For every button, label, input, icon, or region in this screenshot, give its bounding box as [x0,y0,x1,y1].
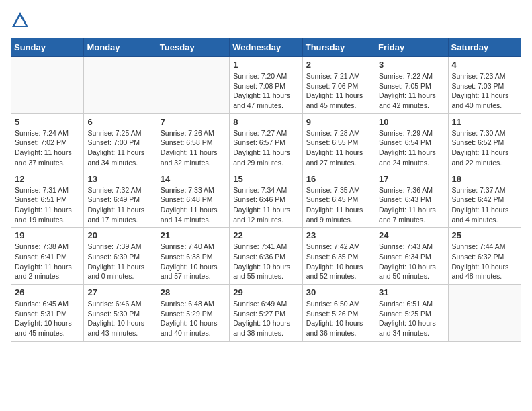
day-info: Sunrise: 7:39 AM Sunset: 6:39 PM Dayligh… [87,242,152,281]
day-info: Sunrise: 7:30 AM Sunset: 6:52 PM Dayligh… [452,128,517,168]
day-cell: 1Sunrise: 7:20 AM Sunset: 7:08 PM Daylig… [230,57,302,114]
day-number: 23 [306,230,371,240]
day-cell: 26Sunrise: 6:45 AM Sunset: 5:31 PM Dayli… [11,285,84,342]
day-cell [11,57,84,114]
weekday-header-wednesday: Wednesday [230,38,302,57]
day-number: 28 [161,287,226,298]
day-number: 25 [452,230,517,240]
day-number: 10 [379,117,444,127]
day-number: 2 [306,60,371,70]
week-row-2: 5Sunrise: 7:24 AM Sunset: 7:02 PM Daylig… [11,113,521,171]
day-info: Sunrise: 7:37 AM Sunset: 6:42 PM Dayligh… [452,185,517,225]
page-header [11,11,521,30]
day-cell: 13Sunrise: 7:32 AM Sunset: 6:49 PM Dayli… [84,171,157,228]
day-number: 21 [161,230,226,240]
day-number: 7 [161,117,226,127]
day-cell: 27Sunrise: 6:46 AM Sunset: 5:30 PM Dayli… [84,285,157,342]
day-info: Sunrise: 7:26 AM Sunset: 6:58 PM Dayligh… [161,128,226,168]
day-number: 30 [306,287,371,298]
week-row-3: 12Sunrise: 7:31 AM Sunset: 6:51 PM Dayli… [11,171,521,228]
logo [11,11,32,30]
day-number: 22 [233,230,298,240]
logo-icon [11,11,30,30]
day-cell: 28Sunrise: 6:48 AM Sunset: 5:29 PM Dayli… [157,285,229,342]
week-row-5: 26Sunrise: 6:45 AM Sunset: 5:31 PM Dayli… [11,285,521,342]
day-info: Sunrise: 6:48 AM Sunset: 5:29 PM Dayligh… [161,299,226,338]
day-number: 18 [452,174,517,184]
day-number: 12 [15,174,80,184]
day-info: Sunrise: 6:46 AM Sunset: 5:30 PM Dayligh… [87,299,152,338]
day-info: Sunrise: 7:25 AM Sunset: 7:00 PM Dayligh… [87,128,152,168]
day-cell: 8Sunrise: 7:27 AM Sunset: 6:57 PM Daylig… [230,113,302,171]
day-info: Sunrise: 7:29 AM Sunset: 6:54 PM Dayligh… [379,128,444,168]
day-info: Sunrise: 7:33 AM Sunset: 6:48 PM Dayligh… [161,185,226,225]
day-cell: 20Sunrise: 7:39 AM Sunset: 6:39 PM Dayli… [84,228,157,285]
day-info: Sunrise: 7:36 AM Sunset: 6:43 PM Dayligh… [379,185,444,225]
calendar-table: SundayMondayTuesdayWednesdayThursdayFrid… [11,38,521,342]
day-info: Sunrise: 7:20 AM Sunset: 7:08 PM Dayligh… [233,71,298,111]
day-info: Sunrise: 7:44 AM Sunset: 6:32 PM Dayligh… [452,242,517,281]
day-info: Sunrise: 6:45 AM Sunset: 5:31 PM Dayligh… [15,299,80,338]
day-cell: 23Sunrise: 7:42 AM Sunset: 6:35 PM Dayli… [302,228,375,285]
day-cell: 24Sunrise: 7:43 AM Sunset: 6:34 PM Dayli… [375,228,448,285]
day-number: 19 [15,230,80,240]
day-info: Sunrise: 7:24 AM Sunset: 7:02 PM Dayligh… [15,128,80,168]
day-info: Sunrise: 7:42 AM Sunset: 6:35 PM Dayligh… [306,242,371,281]
day-cell: 7Sunrise: 7:26 AM Sunset: 6:58 PM Daylig… [157,113,229,171]
day-info: Sunrise: 6:49 AM Sunset: 5:27 PM Dayligh… [233,299,298,338]
day-info: Sunrise: 7:43 AM Sunset: 6:34 PM Dayligh… [379,242,444,281]
week-row-4: 19Sunrise: 7:38 AM Sunset: 6:41 PM Dayli… [11,228,521,285]
day-cell: 6Sunrise: 7:25 AM Sunset: 7:00 PM Daylig… [84,113,157,171]
day-info: Sunrise: 7:23 AM Sunset: 7:03 PM Dayligh… [452,71,517,111]
day-cell: 5Sunrise: 7:24 AM Sunset: 7:02 PM Daylig… [11,113,84,171]
week-row-1: 1Sunrise: 7:20 AM Sunset: 7:08 PM Daylig… [11,57,521,114]
day-info: Sunrise: 7:27 AM Sunset: 6:57 PM Dayligh… [233,128,298,168]
day-info: Sunrise: 7:32 AM Sunset: 6:49 PM Dayligh… [87,185,152,225]
day-number: 4 [452,60,517,70]
day-cell: 22Sunrise: 7:41 AM Sunset: 6:36 PM Dayli… [230,228,302,285]
day-cell: 25Sunrise: 7:44 AM Sunset: 6:32 PM Dayli… [448,228,521,285]
day-number: 14 [161,174,226,184]
weekday-header-monday: Monday [84,38,157,57]
day-cell: 4Sunrise: 7:23 AM Sunset: 7:03 PM Daylig… [448,57,521,114]
day-number: 3 [379,60,444,70]
day-info: Sunrise: 7:35 AM Sunset: 6:45 PM Dayligh… [306,185,371,225]
day-number: 26 [15,287,80,298]
weekday-header-row: SundayMondayTuesdayWednesdayThursdayFrid… [11,38,521,57]
day-number: 17 [379,174,444,184]
day-number: 1 [233,60,298,70]
day-number: 15 [233,174,298,184]
day-cell: 31Sunrise: 6:51 AM Sunset: 5:25 PM Dayli… [375,285,448,342]
day-cell [157,57,229,114]
weekday-header-tuesday: Tuesday [157,38,229,57]
weekday-header-friday: Friday [375,38,448,57]
day-cell: 21Sunrise: 7:40 AM Sunset: 6:38 PM Dayli… [157,228,229,285]
day-number: 6 [87,117,152,127]
day-info: Sunrise: 7:22 AM Sunset: 7:05 PM Dayligh… [379,71,444,111]
weekday-header-thursday: Thursday [302,38,375,57]
day-info: Sunrise: 7:31 AM Sunset: 6:51 PM Dayligh… [15,185,80,225]
day-number: 11 [452,117,517,127]
day-number: 31 [379,287,444,298]
day-number: 24 [379,230,444,240]
day-number: 9 [306,117,371,127]
day-cell: 17Sunrise: 7:36 AM Sunset: 6:43 PM Dayli… [375,171,448,228]
day-info: Sunrise: 7:34 AM Sunset: 6:46 PM Dayligh… [233,185,298,225]
day-number: 5 [15,117,80,127]
day-cell: 9Sunrise: 7:28 AM Sunset: 6:55 PM Daylig… [302,113,375,171]
day-cell: 10Sunrise: 7:29 AM Sunset: 6:54 PM Dayli… [375,113,448,171]
day-cell [448,285,521,342]
day-cell: 11Sunrise: 7:30 AM Sunset: 6:52 PM Dayli… [448,113,521,171]
day-number: 27 [87,287,152,298]
day-number: 16 [306,174,371,184]
day-info: Sunrise: 7:38 AM Sunset: 6:41 PM Dayligh… [15,242,80,281]
day-number: 29 [233,287,298,298]
weekday-header-saturday: Saturday [448,38,521,57]
day-info: Sunrise: 7:28 AM Sunset: 6:55 PM Dayligh… [306,128,371,168]
day-cell: 30Sunrise: 6:50 AM Sunset: 5:26 PM Dayli… [302,285,375,342]
day-cell: 15Sunrise: 7:34 AM Sunset: 6:46 PM Dayli… [230,171,302,228]
day-number: 8 [233,117,298,127]
day-number: 13 [87,174,152,184]
day-info: Sunrise: 7:41 AM Sunset: 6:36 PM Dayligh… [233,242,298,281]
day-info: Sunrise: 6:51 AM Sunset: 5:25 PM Dayligh… [379,299,444,338]
